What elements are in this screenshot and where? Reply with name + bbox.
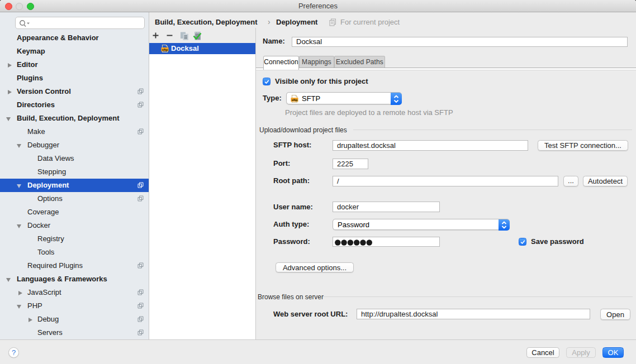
svg-text:sftp: sftp bbox=[292, 98, 298, 102]
svg-text:sftp: sftp bbox=[162, 48, 168, 51]
